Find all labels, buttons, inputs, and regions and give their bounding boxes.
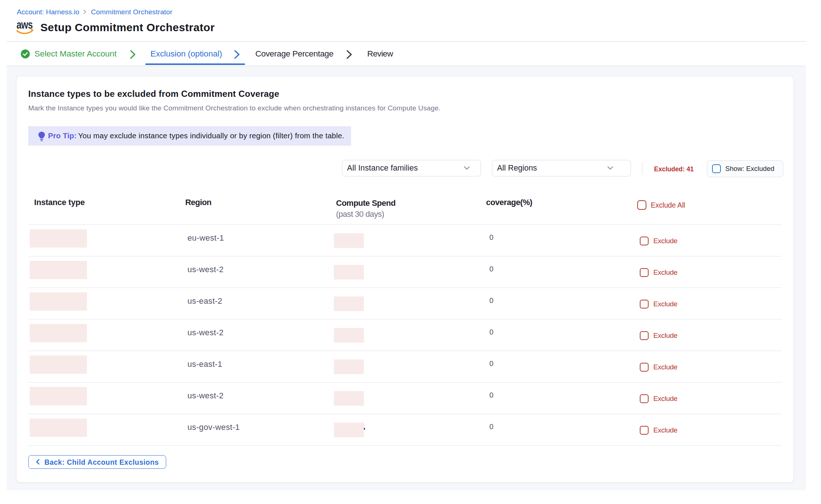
svg-text:aws: aws [17,22,33,31]
